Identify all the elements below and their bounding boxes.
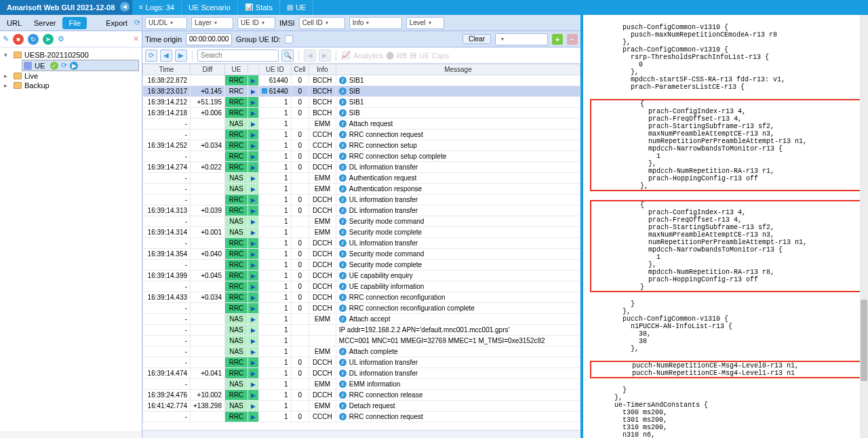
- table-row[interactable]: -NAS▶1EMMiAttach complete: [143, 346, 580, 357]
- table-row[interactable]: 16:39:14.474+0.041RRC▶10DCCHiDL informat…: [143, 368, 580, 379]
- col-diff[interactable]: Diff: [191, 64, 225, 75]
- tab-logs[interactable]: ≡ Logs: 34: [132, 0, 182, 15]
- table-row[interactable]: -NAS▶1EMMiEMM information: [143, 379, 580, 390]
- chevron-right-icon: ▸: [4, 82, 11, 89]
- table-row[interactable]: -RRC▶10DCCHiRRC connection reconfigurati…: [143, 303, 580, 314]
- table-row[interactable]: 16:39:14.218+0.006RRC▶10BCCHiSIB: [143, 108, 580, 119]
- uecaps-button[interactable]: UE Caps: [419, 52, 449, 60]
- prev-result-icon[interactable]: ◀: [304, 49, 316, 62]
- file-button[interactable]: File: [62, 17, 87, 29]
- play-icon[interactable]: ▶: [70, 62, 78, 70]
- table-row[interactable]: -NAS▶1EMMiAttach accept: [143, 314, 580, 325]
- add-icon[interactable]: +: [552, 34, 563, 45]
- scrollbar-thumb[interactable]: [861, 300, 867, 381]
- collapse-left-icon[interactable]: ◄: [120, 2, 130, 12]
- table-row[interactable]: 16:41:42.774+138.298NAS▶1EMMiDetach requ…: [143, 401, 580, 412]
- time-origin-input[interactable]: [186, 33, 232, 45]
- prev-icon[interactable]: ◀: [160, 49, 172, 62]
- vertical-scrollbar[interactable]: [860, 15, 868, 438]
- filter-select[interactable]: ▾: [495, 33, 548, 45]
- log-grid[interactable]: Time Diff UE UE ID Cell Info Message 16:…: [142, 64, 580, 430]
- table-row[interactable]: 16:39:14.313+0.039RRC▶10DCCHiDL informat…: [143, 205, 580, 216]
- settings-icon[interactable]: ⚙: [58, 35, 64, 43]
- arrow-right-icon: ▶: [251, 338, 256, 344]
- col-ue[interactable]: UE: [225, 64, 248, 75]
- wand-icon[interactable]: ✎: [3, 35, 9, 43]
- table-row[interactable]: 16:39:14.314+0.001NAS▶1EMMiSecurity mode…: [143, 227, 580, 238]
- col-cell[interactable]: Cell: [291, 64, 309, 75]
- table-row[interactable]: 16:39:14.274+0.022RRC▶10DCCHiDL informat…: [143, 162, 580, 173]
- table-row[interactable]: 16:39:14.252+0.034RRC▶10CCCHiRRC connect…: [143, 140, 580, 151]
- filter-ueid[interactable]: UE ID▾: [237, 17, 275, 29]
- close-icon[interactable]: ✕: [133, 35, 139, 43]
- top-tab-bar: Amarisoft Web GUI 2021-12-08 ◄ ≡ Logs: 3…: [0, 0, 868, 15]
- arrow-right-icon: ▶: [251, 262, 256, 268]
- rb-button[interactable]: RB: [397, 52, 407, 60]
- col-ueid[interactable]: UE ID: [259, 64, 292, 75]
- table-row[interactable]: 16:39:14.354+0.040RRC▶10DCCHiSecurity mo…: [143, 249, 580, 260]
- export-button[interactable]: Export: [100, 18, 133, 28]
- table-row[interactable]: 16:39:14.433+0.034RRC▶10DCCHiRRC connect…: [143, 292, 580, 303]
- table-row[interactable]: -RRC▶10CCCHiRRC connection request: [143, 412, 580, 422]
- check-icon: ✓: [50, 62, 58, 70]
- tab-stats[interactable]: 📊 Stats: [238, 0, 280, 15]
- table-row[interactable]: -RRC▶10DCCHiRRC connection setup complet…: [143, 151, 580, 162]
- tab-ue-scenario[interactable]: UE Scenario: [182, 0, 238, 15]
- arrow-right-icon: ▶: [251, 305, 256, 312]
- server-button[interactable]: Server: [28, 18, 61, 28]
- filter-level[interactable]: Level▾: [406, 17, 444, 29]
- col-message[interactable]: Message: [336, 64, 580, 75]
- table-row[interactable]: 16:39:14.399+0.045RRC▶10DCCHiUE capabili…: [143, 271, 580, 281]
- filter-info[interactable]: Info▾: [349, 17, 402, 29]
- col-info[interactable]: Info: [309, 64, 336, 75]
- stop-icon[interactable]: ■: [13, 34, 24, 45]
- tree-root[interactable]: ▾ UESB-2021102500: [3, 50, 139, 60]
- table-row[interactable]: -NAS▶1EMMiAuthentication response: [143, 184, 580, 195]
- clear-button[interactable]: Clear: [462, 34, 491, 44]
- table-row[interactable]: -NAS▶1EMMiSecurity mode command: [143, 216, 580, 227]
- tree-backup[interactable]: ▸ Backup: [3, 81, 139, 90]
- refresh-icon[interactable]: ⟳: [134, 18, 140, 27]
- remove-icon[interactable]: −: [567, 34, 578, 45]
- table-row[interactable]: 16:39:24.476+10.002RRC▶10DCCHiRRC connec…: [143, 390, 580, 401]
- table-row[interactable]: -NAS▶1IP addr=192.168.2.2 APN='default.m…: [143, 325, 580, 336]
- refresh-nav-icon[interactable]: ⟳: [145, 49, 157, 62]
- analytics-button[interactable]: Analytics: [353, 52, 383, 60]
- arrow-right-icon: ▶: [251, 88, 256, 95]
- info-icon: i: [339, 218, 347, 225]
- table-row[interactable]: -RRC▶10DCCHiUL information transfer: [143, 238, 580, 249]
- left-icon-bar: ✎ ■ ↻ ➤ ⚙ ✕: [0, 31, 142, 47]
- table-row[interactable]: 16:38:23.017+0.145RRC▶ 614400BCCHiSIB: [143, 86, 580, 97]
- tree-ue[interactable]: UE ✓ ⟳ ▶: [22, 60, 139, 71]
- next-result-icon[interactable]: ▶: [319, 49, 331, 62]
- table-row[interactable]: 16:39:14.212+51.195RRC▶10BCCHiSIB1: [143, 97, 580, 108]
- table-row[interactable]: 16:38:22.872RRC▶614400BCCHiSIB1: [143, 75, 580, 86]
- table-row[interactable]: -NAS▶1EMMiAttach request: [143, 119, 580, 130]
- table-row[interactable]: -RRC▶10DCCHiUL information transfer: [143, 357, 580, 368]
- ue-icon: ▤: [287, 0, 293, 15]
- filter-cellid[interactable]: Cell ID▾: [299, 17, 345, 29]
- filter-layer[interactable]: Layer▾: [191, 17, 233, 29]
- table-row[interactable]: -RRC▶10DCCHiUL information transfer: [143, 195, 580, 205]
- search-bar: ⟳ ◀ ▶ 🔍 ◀ ▶ 📈 Analytics ⬤ RB ▤ UE Caps: [142, 47, 580, 64]
- table-row[interactable]: -RRC▶10DCCHiSecurity mode complete: [143, 260, 580, 271]
- binoculars-icon[interactable]: 🔍: [281, 49, 294, 62]
- url-button[interactable]: URL: [1, 18, 27, 28]
- reload-icon[interactable]: ↻: [28, 34, 39, 45]
- refresh-small-icon[interactable]: ⟳: [61, 61, 67, 70]
- col-time[interactable]: Time: [143, 64, 191, 75]
- next-icon[interactable]: ▶: [175, 49, 187, 62]
- tree-live[interactable]: ▸ Live: [3, 71, 139, 81]
- filter-uldl[interactable]: UL/DL▾: [145, 17, 187, 29]
- table-row[interactable]: -NAS▶1MCC=001 MNC=01 MMEGI=32769 MMEC=1 …: [143, 336, 580, 346]
- tab-ue[interactable]: ▤ UE: [280, 0, 313, 15]
- group-ueid-checkbox[interactable]: [285, 35, 293, 43]
- table-row[interactable]: -RRC▶10DCCHiUE capability information: [143, 281, 580, 292]
- table-row[interactable]: -NAS▶1EMMiAuthentication request: [143, 173, 580, 184]
- table-row[interactable]: -RRC▶10CCCHiRRC connection request: [143, 130, 580, 140]
- col-dir[interactable]: [248, 64, 259, 75]
- search-input[interactable]: [197, 49, 279, 62]
- info-icon: i: [339, 402, 347, 410]
- horizontal-scrollbar[interactable]: [142, 430, 580, 438]
- play-action-icon[interactable]: ➤: [43, 34, 54, 45]
